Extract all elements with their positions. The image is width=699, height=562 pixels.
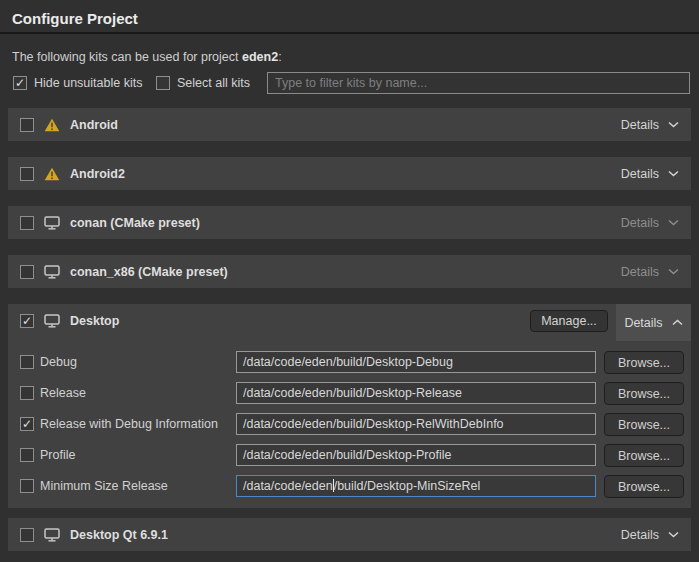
kit-name: conan (CMake preset) (70, 216, 200, 230)
kit-checkbox[interactable]: ✓ (20, 265, 34, 279)
config-checkbox[interactable]: ✓ (20, 417, 34, 431)
kit-row-android2[interactable]: ✓ Android2 Details (8, 157, 691, 190)
chevron-down-icon (668, 268, 679, 275)
build-dir-input-focused[interactable]: /data/code/eden/build/Desktop-MinSizeRel (236, 475, 596, 497)
browse-button[interactable]: Browse... (604, 475, 684, 498)
details-toggle[interactable]: Details (616, 304, 691, 341)
kit-name: Android2 (70, 167, 125, 181)
kit-checkbox[interactable]: ✓ (20, 167, 34, 181)
config-checkbox[interactable]: ✓ (20, 355, 34, 369)
config-checkbox[interactable]: ✓ (20, 448, 34, 462)
checkbox-icon[interactable]: ✓ (156, 76, 170, 90)
chevron-down-icon (668, 170, 679, 177)
desktop-monitor-icon (44, 265, 60, 279)
kit-name: Desktop Qt 6.9.1 (70, 528, 168, 542)
kit-row-conan[interactable]: ✓ conan (CMake preset) Details (8, 206, 691, 239)
build-dir-input[interactable] (236, 351, 596, 373)
config-label: Release (40, 382, 86, 405)
intro-text: The following kits can be used for proje… (12, 50, 282, 64)
desktop-monitor-icon (44, 216, 60, 230)
build-config-row-release: ✓ Release Browse... (8, 382, 691, 405)
details-toggle[interactable]: Details (621, 216, 679, 230)
config-label: Minimum Size Release (40, 475, 168, 498)
config-label: Release with Debug Information (40, 413, 218, 436)
kit-row-android[interactable]: ✓ Android Details (8, 108, 691, 141)
kit-row-desktop-qt[interactable]: ✓ Desktop Qt 6.9.1 Details (8, 518, 691, 551)
hide-unsuitable-kits-checkbox[interactable]: ✓ Hide unsuitable kits (13, 76, 142, 90)
desktop-monitor-icon (44, 314, 60, 328)
page-title: Configure Project (12, 10, 138, 27)
kit-checkbox[interactable]: ✓ (20, 118, 34, 132)
kit-checkbox[interactable]: ✓ (20, 314, 34, 328)
kit-checkbox[interactable]: ✓ (20, 528, 34, 542)
kit-row-conan-x86[interactable]: ✓ conan_x86 (CMake preset) Details (8, 255, 691, 288)
kit-name: Android (70, 118, 118, 132)
select-all-kits-label: Select all kits (177, 76, 250, 90)
chevron-up-icon (672, 319, 683, 326)
warning-icon (44, 118, 60, 132)
build-config-row-profile: ✓ Profile Browse... (8, 444, 691, 467)
config-checkbox[interactable]: ✓ (20, 479, 34, 493)
browse-button[interactable]: Browse... (604, 444, 684, 467)
configure-project-page: { "window": { "title": "Configure Projec… (0, 0, 699, 562)
chevron-down-icon (668, 121, 679, 128)
config-checkbox[interactable]: ✓ (20, 386, 34, 400)
browse-button[interactable]: Browse... (604, 382, 684, 405)
kit-filter-input[interactable] (267, 72, 690, 94)
title-separator (0, 32, 699, 34)
build-dir-input[interactable] (236, 444, 596, 466)
build-config-row-debug: ✓ Debug Browse... (8, 351, 691, 374)
details-toggle[interactable]: Details (621, 265, 679, 279)
browse-button[interactable]: Browse... (604, 413, 684, 436)
details-toggle[interactable]: Details (621, 167, 679, 181)
checkbox-icon[interactable]: ✓ (13, 76, 27, 90)
build-dir-input[interactable] (236, 382, 596, 404)
kit-name: conan_x86 (CMake preset) (70, 265, 228, 279)
desktop-monitor-icon (44, 528, 60, 542)
chevron-down-icon (668, 531, 679, 538)
kit-checkbox[interactable]: ✓ (20, 216, 34, 230)
chevron-down-icon (668, 219, 679, 226)
select-all-kits-checkbox[interactable]: ✓ Select all kits (156, 76, 250, 90)
build-dir-input[interactable] (236, 413, 596, 435)
build-config-row-minsizerel: ✓ Minimum Size Release /data/code/eden/b… (8, 475, 691, 498)
kit-name: Desktop (70, 314, 119, 328)
details-toggle[interactable]: Details (621, 528, 679, 542)
details-toggle[interactable]: Details (621, 118, 679, 132)
kit-panel-desktop: ✓ Desktop Manage... Details ✓ Debug Brow… (8, 304, 691, 508)
project-name: eden2 (242, 50, 278, 64)
hide-unsuitable-kits-label: Hide unsuitable kits (34, 76, 142, 90)
config-label: Debug (40, 351, 77, 374)
browse-button[interactable]: Browse... (604, 351, 684, 374)
config-label: Profile (40, 444, 75, 467)
build-config-row-relwithdebinfo: ✓ Release with Debug Information Browse.… (8, 413, 691, 436)
warning-icon (44, 167, 60, 181)
manage-button[interactable]: Manage... (530, 310, 608, 332)
